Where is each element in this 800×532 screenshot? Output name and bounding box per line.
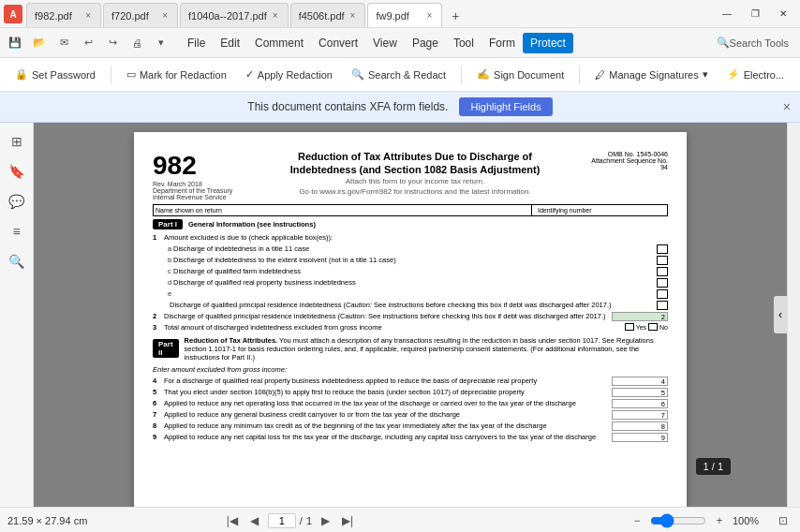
no-checkbox[interactable] [648, 323, 658, 331]
window-restore-button[interactable]: ❐ [742, 5, 768, 23]
search-redact-button[interactable]: 🔍 Search & Redact [344, 65, 453, 84]
menu-comment[interactable]: Comment [247, 33, 311, 53]
checkbox-1d[interactable] [657, 278, 668, 288]
last-page-button[interactable]: ▶| [338, 511, 357, 530]
part1-label: Part I [153, 219, 183, 229]
redo-icon-btn[interactable]: ↪ [101, 32, 124, 54]
sign-document-button[interactable]: ✍ Sign Document [469, 65, 571, 84]
tab-f4506t[interactable]: f4506t.pdf × [290, 3, 366, 27]
window-close-button[interactable]: ✕ [770, 5, 796, 23]
sig-icon: 🖊 [595, 69, 605, 81]
tab-f720-close[interactable]: × [160, 9, 170, 22]
form-rev: Rev. March 2018 [153, 181, 246, 187]
fit-page-button[interactable]: ⊡ [774, 511, 793, 530]
zoom-in-button[interactable]: + [710, 511, 729, 530]
menu-form[interactable]: Form [481, 33, 523, 53]
checkbox-1b[interactable] [657, 256, 668, 265]
row-1e: e [153, 289, 668, 299]
save-icon-btn[interactable]: 💾 [4, 32, 26, 54]
email-icon-btn[interactable]: ✉ [52, 32, 75, 54]
tab-f720[interactable]: f720.pdf × [103, 3, 178, 27]
collapse-panel-arrow[interactable]: ‹ [774, 296, 787, 333]
zoom-out-button[interactable]: − [628, 511, 646, 530]
window-minimize-button[interactable]: — [714, 5, 740, 23]
mark-redaction-button[interactable]: ▭ Mark for Redaction [119, 65, 234, 84]
part2-row-6: 6 Applied to reduce any net operating lo… [153, 399, 668, 408]
sidebar-comment-icon[interactable]: 💬 [6, 190, 28, 213]
tab-f982-close[interactable]: × [83, 9, 93, 22]
document-view[interactable]: 982 Rev. March 2018 Department of the Tr… [34, 123, 787, 507]
row-1d: d Discharge of qualified real property b… [153, 278, 668, 288]
manage-signatures-button[interactable]: 🖊 Manage Signatures ▾ [587, 65, 715, 84]
menu-edit[interactable]: Edit [213, 33, 247, 53]
set-password-label: Set Password [32, 69, 96, 81]
menu-file[interactable]: File [180, 33, 213, 53]
tab-f1040a[interactable]: f1040a--2017.pdf × [180, 3, 289, 27]
xfa-close-button[interactable]: × [783, 99, 791, 114]
tab-fw9-close[interactable]: × [425, 9, 435, 22]
form-dept: Department of the Treasury Internal Reve… [153, 187, 246, 200]
search-tools-label: Search Tools [730, 37, 789, 49]
row-9-value: 9 [612, 433, 668, 442]
sign-document-label: Sign Document [494, 69, 564, 81]
checkbox-1e-main[interactable] [657, 301, 668, 310]
next-page-button[interactable]: ▶ [316, 511, 334, 530]
tab-f4506t-label: f4506t.pdf [299, 10, 345, 22]
set-password-button[interactable]: 🔒 Set Password [7, 65, 103, 84]
menu-page[interactable]: Page [405, 33, 446, 53]
sidebar-search-icon[interactable]: 🔍 [6, 250, 28, 273]
part2-row-8: 8 Applied to reduce any minimum tax cred… [153, 421, 668, 431]
lock-icon: 🔒 [15, 68, 28, 81]
attachment-seq: Attachment Sequence No. 94 [584, 157, 668, 170]
menu-view[interactable]: View [365, 33, 405, 53]
yes-checkbox[interactable] [625, 323, 634, 331]
page-number-input[interactable] [268, 513, 296, 528]
tab-f982-label: f982.pdf [35, 10, 80, 22]
apply-redaction-button[interactable]: ✓ Apply Redaction [238, 65, 340, 84]
electro-button[interactable]: ⚡ Electro... [719, 65, 792, 84]
undo-icon-btn[interactable]: ↩ [77, 32, 99, 54]
menu-protect[interactable]: Protect [523, 33, 573, 53]
form-number: 982 [153, 151, 246, 181]
menu-convert[interactable]: Convert [311, 33, 365, 53]
highlight-fields-button[interactable]: Highlight Fields [459, 97, 552, 116]
sidebar-layers-icon[interactable]: ≡ [6, 220, 28, 243]
zoom-slider[interactable] [650, 513, 706, 528]
search-tools-btn[interactable]: 🔍 Search Tools [709, 35, 796, 51]
dimensions-label: 21.59 × 27.94 cm [7, 515, 87, 526]
sidebar-home-icon[interactable]: ⊞ [6, 130, 28, 153]
row-7-value: 7 [612, 410, 668, 420]
omb-number: OMB No. 1545-0046 [584, 151, 668, 157]
app-logo: A [4, 5, 22, 23]
protect-toolbar: 🔒 Set Password ▭ Mark for Redaction ✓ Ap… [0, 58, 800, 92]
tab-bar: f982.pdf × f720.pdf × f1040a--2017.pdf ×… [26, 0, 706, 27]
row-1e-text: Discharge of qualified principal residen… [153, 301, 668, 310]
menu-tool[interactable]: Tool [446, 33, 481, 53]
sidebar-bookmark-icon[interactable]: 🔖 [6, 160, 28, 183]
print-icon-btn[interactable]: 🖨 [126, 32, 148, 54]
first-page-button[interactable]: |◀ [223, 511, 242, 530]
form-subtitle1: Attach this form to your income tax retu… [254, 177, 576, 185]
search-redact-label: Search & Redact [368, 69, 446, 81]
checkbox-1e[interactable] [657, 289, 668, 299]
xfa-banner: This document contains XFA form fields. … [0, 92, 800, 123]
bottom-bar: 21.59 × 27.94 cm |◀ ◀ / 1 ▶ ▶| − + 100% … [0, 507, 800, 532]
tab-f982[interactable]: f982.pdf × [26, 3, 101, 27]
scrollbar[interactable] [787, 123, 800, 507]
form-title-line2: Indebtedness (and Section 1082 Basis Adj… [254, 164, 576, 175]
checkbox-1c[interactable] [657, 267, 668, 276]
page-navigation: |◀ ◀ / 1 ▶ ▶| [223, 511, 357, 530]
dropdown-icon-btn[interactable]: ▾ [150, 32, 172, 54]
prev-page-button[interactable]: ◀ [245, 511, 264, 530]
name-label: Name shown on return [154, 205, 532, 215]
tab-fw9[interactable]: fw9.pdf × [367, 3, 442, 27]
checkbox-1a[interactable] [657, 244, 668, 254]
toolbar-sep-2 [461, 66, 462, 84]
tab-add-button[interactable]: + [444, 5, 467, 27]
part2-title: Reduction of Tax Attributes. [185, 336, 278, 345]
row-1: 1 Amount excluded is due to (check appli… [153, 233, 668, 243]
mark-icon: ▭ [126, 68, 136, 81]
tab-f1040a-close[interactable]: × [271, 9, 280, 22]
tab-f4506t-close[interactable]: × [348, 9, 358, 22]
open-icon-btn[interactable]: 📂 [28, 32, 51, 54]
